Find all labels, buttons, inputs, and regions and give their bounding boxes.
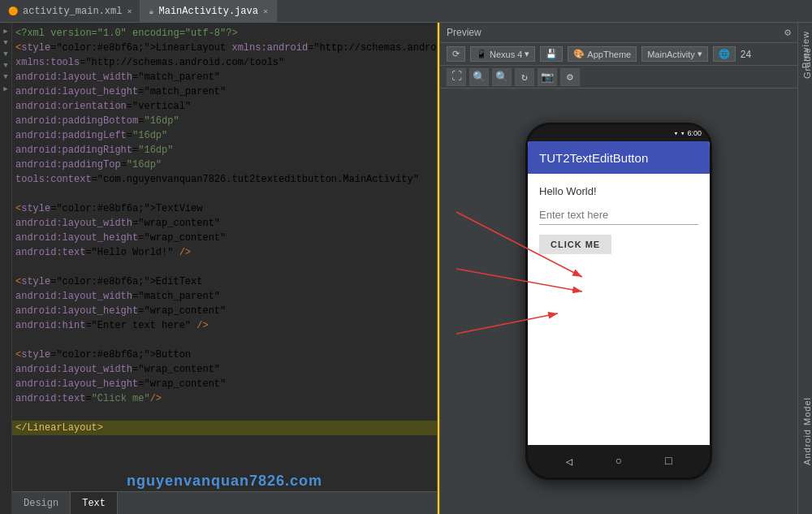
- code-line: xmlns:tools="http://schemas.android.com/…: [12, 55, 437, 70]
- theme-icon: 🎨: [573, 49, 585, 59]
- activity-dropdown-icon: ▾: [698, 49, 702, 59]
- code-line: android:layout_height="wrap_content": [12, 304, 437, 318]
- gutter-arrow-6[interactable]: ▶: [3, 84, 7, 93]
- code-line: <style="color:#e8bf6a;">Button: [12, 348, 437, 362]
- zoom-out-button[interactable]: 🔍: [492, 68, 512, 86]
- signal-icon: ▾: [680, 129, 685, 138]
- code-line: android:layout_height="match_parent": [12, 84, 437, 99]
- code-line: [12, 187, 437, 201]
- code-line: android:layout_height="wrap_content": [12, 231, 437, 245]
- xml-file-icon: 🟠: [8, 6, 18, 16]
- code-line: android:layout_width="match_parent": [12, 289, 437, 304]
- recents-button[interactable]: □: [665, 455, 672, 468]
- code-line: [12, 260, 437, 274]
- code-line: android:paddingRight="16dp": [12, 143, 437, 158]
- watermark: nguyenvanquan7826.com: [12, 473, 437, 490]
- phone-container: ▾ ▾ 6:00 TUT2TextEditButton Hello World!…: [440, 89, 797, 514]
- xml-tab-label: activity_main.xml: [23, 6, 122, 17]
- preview-label: Preview: [447, 27, 482, 38]
- editor-area[interactable]: <?xml version="1.0" encoding="utf-8"?><s…: [12, 23, 437, 514]
- code-line: android:text="Hello World!" />: [12, 245, 437, 260]
- save-button[interactable]: 💾: [540, 46, 563, 62]
- gutter-arrow-4[interactable]: ▼: [3, 62, 7, 70]
- code-line: android:hint="Enter text here" />: [12, 318, 437, 333]
- code-line: android:paddingBottom="16dp": [12, 114, 437, 128]
- code-line: android:text="Click me" />: [12, 391, 437, 406]
- code-line: android:layout_width="wrap_content": [12, 216, 437, 231]
- theme-label: AppTheme: [587, 50, 631, 59]
- device-button[interactable]: 📱 Nexus 4 ▾: [470, 46, 535, 62]
- home-button[interactable]: ○: [615, 455, 622, 468]
- phone-status-bar: ▾ ▾ 6:00: [528, 125, 710, 141]
- gutter-arrow-1[interactable]: ▶: [3, 27, 7, 36]
- edit-text-input[interactable]: [539, 205, 698, 225]
- divider-line: [438, 23, 439, 514]
- hello-world-text: Hello World!: [539, 185, 698, 197]
- phone-nav-bar: ◁ ○ □: [528, 445, 710, 477]
- java-tab[interactable]: ☕ MainActivity.java ✕: [140, 0, 276, 22]
- theme-button[interactable]: 🎨 AppTheme: [568, 46, 637, 62]
- code-line: [12, 406, 437, 421]
- right-sidebar: Preview Gradle Android Model: [797, 23, 812, 514]
- design-tab[interactable]: Design: [12, 492, 71, 514]
- locale-button[interactable]: 🌐: [713, 46, 736, 62]
- phone-device: ▾ ▾ 6:00 TUT2TextEditButton Hello World!…: [525, 123, 712, 480]
- activity-button[interactable]: MainActivity ▾: [641, 46, 708, 62]
- code-line: android:layout_width="wrap_content": [12, 362, 437, 377]
- zoom-fit-button[interactable]: ⛶: [447, 68, 466, 86]
- java-tab-close[interactable]: ✕: [263, 6, 268, 16]
- device-icon: 📱: [476, 49, 487, 59]
- preview-top-bar: Preview ⚙: [440, 23, 797, 43]
- rotate-button[interactable]: ⟳: [447, 46, 465, 62]
- preview-toolbar: ⟳ 📱 Nexus 4 ▾ 💾 🎨 AppTheme MainActivity …: [440, 43, 797, 66]
- main-content: ▶ ▼ ▼ ▼ ▼ ▶ <?xml version="1.0" encoding…: [0, 23, 812, 514]
- sidebar-gradle-label[interactable]: Gradle: [802, 47, 812, 79]
- app-bar-title: TUT2TextEditButton: [539, 151, 648, 165]
- java-file-icon: ☕: [149, 6, 153, 16]
- code-line: android:paddingTop="16dp": [12, 158, 437, 172]
- code-line: android:orientation="vertical": [12, 99, 437, 114]
- code-line: <style="color:#e8bf6a;">EditText: [12, 274, 437, 289]
- screenshot-button[interactable]: 📷: [538, 68, 557, 86]
- device-label: Nexus 4: [490, 50, 522, 59]
- settings-button[interactable]: ⚙: [560, 68, 580, 86]
- text-tab[interactable]: Text: [71, 492, 118, 514]
- bottom-tabs: Design Text: [12, 491, 437, 514]
- code-line: </LinearLayout>: [12, 421, 437, 435]
- code-line: <style="color:#e8bf6a;">LinearLayout xml…: [12, 41, 437, 55]
- gutter-arrow-5[interactable]: ▼: [3, 73, 7, 81]
- phone-time: 6:00: [687, 129, 702, 137]
- title-bar: 🟠 activity_main.xml ✕ ☕ MainActivity.jav…: [0, 0, 812, 23]
- back-button[interactable]: ◁: [565, 455, 572, 469]
- code-line: tools:context="com.nguyenvanquan7826.tut…: [12, 172, 437, 187]
- xml-tab-close[interactable]: ✕: [127, 6, 132, 16]
- xml-tab[interactable]: 🟠 activity_main.xml ✕: [0, 0, 140, 22]
- java-tab-label: MainActivity.java: [158, 6, 257, 17]
- code-line: android:layout_width="match_parent": [12, 70, 437, 84]
- zoom-in-button[interactable]: 🔍: [469, 68, 489, 86]
- code-line: android:paddingLeft="16dp": [12, 128, 437, 143]
- device-dropdown-icon: ▾: [525, 49, 529, 59]
- wifi-icon: ▾: [674, 129, 678, 138]
- code-line: <style="color:#e8bf6a;">TextView: [12, 201, 437, 216]
- api-label: 24: [741, 49, 751, 60]
- click-me-button[interactable]: CLICK ME: [539, 235, 611, 254]
- code-line: android:layout_height="wrap_content": [12, 377, 437, 391]
- code-line: <?xml version="1.0" encoding="utf-8"?>: [12, 26, 437, 41]
- refresh-button[interactable]: ↻: [515, 68, 534, 86]
- app-content: Hello World! CLICK ME: [528, 174, 710, 445]
- preview-gear-icon[interactable]: ⚙: [784, 26, 791, 39]
- gutter-arrow-3[interactable]: ▼: [3, 50, 7, 58]
- gutter-arrow-2[interactable]: ▼: [3, 39, 7, 47]
- phone-screen: TUT2TextEditButton Hello World! CLICK ME: [528, 141, 710, 445]
- preview-toolbar2: ⛶ 🔍 🔍 ↻ 📷 ⚙: [440, 66, 797, 89]
- sidebar-android-label[interactable]: Android Model: [802, 397, 812, 465]
- preview-panel: Preview ⚙ ⟳ 📱 Nexus 4 ▾ 💾 🎨 AppTheme Mai…: [440, 23, 797, 514]
- activity-label: MainActivity: [647, 50, 695, 59]
- code-line: [12, 333, 437, 348]
- code-content: <?xml version="1.0" encoding="utf-8"?><s…: [12, 23, 437, 491]
- app-bar: TUT2TextEditButton: [528, 141, 710, 174]
- left-gutter: ▶ ▼ ▼ ▼ ▼ ▶: [0, 23, 12, 514]
